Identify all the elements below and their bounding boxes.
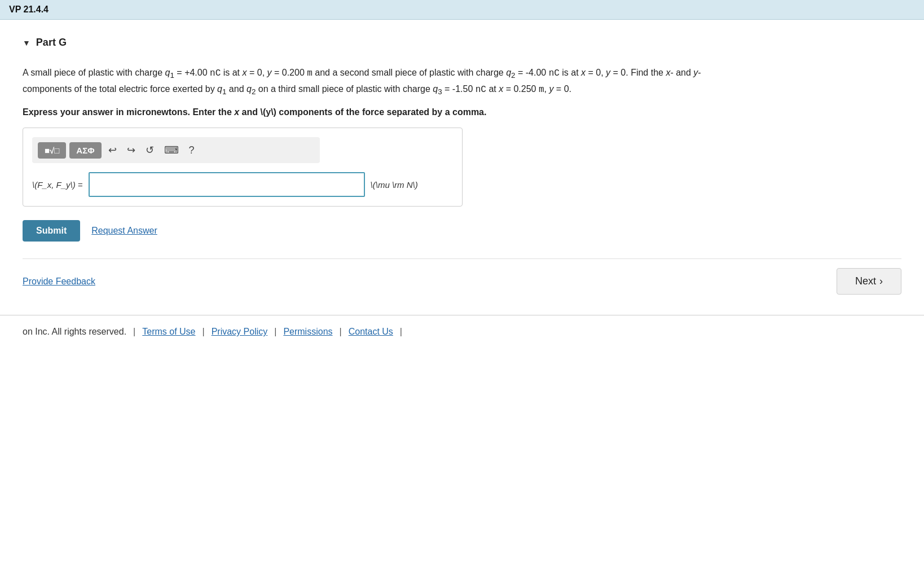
main-content: ▼ Part G A small piece of plastic with c… <box>0 20 924 315</box>
help-button[interactable]: ? <box>186 142 198 159</box>
footer-sep-5: | <box>400 327 402 337</box>
input-label: \(F_x, F_y\) = <box>32 180 83 190</box>
unit-label: \(\mu \rm N\) <box>371 180 418 190</box>
footer: on Inc. All rights reserved. | Terms of … <box>0 315 924 348</box>
undo-button[interactable]: ↩ <box>105 142 120 159</box>
refresh-button[interactable]: ↺ <box>142 142 157 159</box>
action-buttons: Submit Request Answer <box>23 220 901 242</box>
provide-feedback-button[interactable]: Provide Feedback <box>23 277 95 287</box>
footer-links: on Inc. All rights reserved. | Terms of … <box>23 327 901 337</box>
terms-of-use-link[interactable]: Terms of Use <box>142 327 195 337</box>
answer-input[interactable] <box>89 172 365 197</box>
instruction-text: Express your answer in micronewtons. Ent… <box>23 107 901 117</box>
submit-button[interactable]: Submit <box>23 220 80 242</box>
matrix-sqrt-button[interactable]: ■√□ <box>38 142 66 159</box>
footer-sep-3: | <box>274 327 276 337</box>
next-chevron-icon: › <box>879 275 883 287</box>
footer-sep-4: | <box>340 327 342 337</box>
request-answer-button[interactable]: Request Answer <box>91 226 157 236</box>
keyboard-button[interactable]: ⌨ <box>161 142 182 159</box>
privacy-policy-link[interactable]: Privacy Policy <box>212 327 268 337</box>
contact-us-link[interactable]: Contact Us <box>349 327 393 337</box>
math-toolbar: ■√□ ΑΣΦ ↩ ↪ ↺ ⌨ ? <box>32 137 320 163</box>
redo-button[interactable]: ↪ <box>124 142 139 159</box>
part-header: ▼ Part G <box>23 37 901 49</box>
answer-container: ■√□ ΑΣΦ ↩ ↪ ↺ ⌨ ? \(F_x, F_y\) = \(\mu \… <box>23 128 463 207</box>
collapse-arrow[interactable]: ▼ <box>23 38 30 47</box>
permissions-link[interactable]: Permissions <box>283 327 332 337</box>
page-header: VP 21.4.4 <box>0 0 924 20</box>
copyright-text: on Inc. All rights reserved. <box>23 327 126 337</box>
greek-symbols-button[interactable]: ΑΣΦ <box>69 142 101 159</box>
input-row: \(F_x, F_y\) = \(\mu \rm N\) <box>32 172 453 197</box>
problem-id: VP 21.4.4 <box>9 5 49 14</box>
part-title: Part G <box>36 37 67 49</box>
problem-text: A small piece of plastic with charge q1 … <box>23 65 728 98</box>
footer-sep-1: | <box>133 327 135 337</box>
next-button[interactable]: Next › <box>837 268 901 295</box>
feedback-next-row: Provide Feedback Next › <box>23 258 901 304</box>
footer-sep-2: | <box>203 327 205 337</box>
